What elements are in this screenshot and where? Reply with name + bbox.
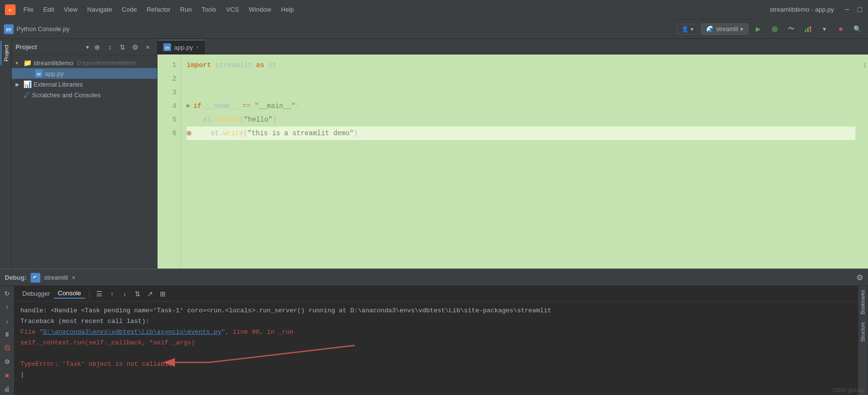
debug-stop-btn[interactable]: ■ (2, 370, 13, 380)
debug-pause-btn[interactable]: ⏸ (2, 329, 13, 340)
debug-print-btn[interactable]: 🖨 (2, 383, 13, 394)
structure-label[interactable]: Structure (859, 318, 867, 346)
code-line-6: st. write ( "this is a streamlit demo" ) (187, 126, 855, 140)
menu-vcs[interactable]: VCS (222, 4, 243, 15)
debug-mute-btn[interactable] (2, 342, 13, 353)
svg-line-7 (5, 346, 9, 350)
tree-item-external-libs[interactable]: ▶ 📊 External Libraries (12, 79, 157, 90)
console-line-6: TypeError: 'Task' object is not callable (20, 359, 852, 370)
tree-label-apppy: app.py (45, 70, 64, 77)
settings-button[interactable]: ⚙ (130, 42, 140, 53)
menu-edit[interactable]: Edit (39, 4, 58, 15)
project-dropdown[interactable]: ▾ (86, 44, 89, 51)
tree-arrow-extlibs: ▶ (16, 82, 21, 87)
scratches-icon: 🖊 (23, 91, 30, 99)
code-line-5: st. header ( "hello" ) (187, 113, 855, 126)
toolbar-filename: Python Console.py (17, 25, 69, 33)
line-num-5: 5 (173, 113, 176, 126)
editor-tab-icon: py (163, 43, 171, 51)
debugger-tab[interactable]: Debugger (18, 289, 54, 298)
menu-file[interactable]: File (19, 4, 37, 15)
debug-settings-side-btn[interactable]: ⚙ (2, 356, 13, 367)
menu-view[interactable]: View (60, 4, 81, 15)
editor-tab-label: app.py (174, 44, 193, 51)
console-tool-6[interactable]: ⊞ (156, 287, 169, 300)
console-tool-1[interactable]: ☰ (93, 287, 106, 300)
debug-tab-icon: 🌊 (31, 273, 40, 283)
bookmarks-label[interactable]: Bookmarks (859, 286, 867, 318)
token-main-str: "__main__" (255, 99, 295, 113)
menu-refactor[interactable]: Refactor (143, 4, 174, 15)
code-line-4: ▶ if __name__ == "__main__" : (187, 99, 855, 113)
python-file-icon: py (4, 24, 14, 34)
code-line-1: import streamlit as st (187, 58, 855, 72)
user-account-button[interactable]: 👤 ▾ (677, 24, 698, 35)
collapse-all-button[interactable]: ↕ (104, 42, 115, 53)
debug-restart-btn[interactable]: ↻ (2, 288, 13, 299)
token-import: import (187, 58, 211, 72)
console-tool-4[interactable]: ⇅ (131, 287, 144, 300)
minimize-button[interactable]: − (844, 6, 851, 13)
token-paren6b: ) (354, 126, 358, 140)
maximize-button[interactable]: □ (856, 6, 863, 13)
token-space1: streamlit (211, 58, 256, 72)
sort-button[interactable]: ⇅ (117, 42, 128, 53)
close-panel-button[interactable]: × (142, 42, 153, 53)
search-button[interactable]: 🔍 (851, 22, 864, 36)
token-colon: : (295, 99, 299, 113)
stop-button[interactable]: ■ (834, 22, 848, 36)
debug-up-btn[interactable]: ↑ (2, 302, 13, 312)
line-num-6: 6 (173, 126, 176, 140)
console-tab[interactable]: Console (54, 288, 85, 299)
menu-navigate[interactable]: Navigate (83, 4, 116, 15)
console-line-cursor: | (20, 370, 852, 380)
console-link-events[interactable]: D:\anaconda3\envs\vdbtest\Lib\asyncio\ev… (43, 328, 222, 336)
panel-side-labels: Bookmarks Structure (858, 286, 868, 395)
line-num-1: 1 (173, 58, 176, 72)
debug-button[interactable] (768, 22, 781, 36)
debug-tab-name: streamlit (44, 274, 68, 281)
gutter-mark-1: 1 (863, 58, 866, 72)
close-tab-button[interactable]: × (196, 44, 199, 50)
token-name: __name__ (202, 99, 243, 113)
sync-button[interactable]: ⊕ (92, 42, 103, 53)
console-output: handle: <Handle <Task pending name='Task… (15, 302, 858, 395)
breakpoint-icon (187, 131, 191, 136)
side-tab-project[interactable]: Project (0, 41, 11, 65)
token-space-main (250, 99, 254, 113)
tree-label-extlibs: External Libraries (34, 81, 83, 88)
debug-tab-close[interactable]: × (72, 274, 75, 281)
code-line-2 (187, 72, 855, 86)
menu-help[interactable]: Help (277, 4, 298, 15)
tree-label-scratches: Scratches and Consoles (32, 91, 101, 99)
menu-run[interactable]: Run (176, 4, 196, 15)
debug-down-btn[interactable]: ↓ (2, 315, 13, 326)
console-tool-5[interactable]: ↗ (144, 287, 156, 300)
console-tool-3[interactable]: ↓ (119, 287, 131, 300)
console-tool-2[interactable]: ↑ (106, 287, 119, 300)
app-logo: P (5, 4, 16, 15)
run-button[interactable]: ▶ (751, 22, 765, 36)
editor-tab-bar: py app.py × (157, 39, 868, 54)
console-line-4: self._context.run(self._callback, *self.… (20, 338, 852, 348)
console-line-2: Traceback (most recent call last): (20, 316, 852, 327)
menu-tools[interactable]: Tools (198, 4, 220, 15)
token-st: st (264, 58, 277, 72)
folder-icon-root: 📁 (23, 59, 32, 67)
dropdown-arrow[interactable]: ▾ (817, 22, 831, 36)
tree-item-root[interactable]: ▾ 📁 streamlitdemo D:\pycode\streamlitdem… (12, 57, 157, 68)
run-config-dropdown-icon: ▾ (740, 26, 743, 33)
token-st6: st. (211, 126, 223, 140)
debug-settings-button[interactable]: ⚙ (856, 273, 863, 282)
menu-code[interactable]: Code (118, 4, 141, 15)
run-configuration-button[interactable]: 🌊 streamlit ▾ (701, 23, 748, 35)
menu-window[interactable]: Window (245, 4, 275, 15)
editor-tab-apppy[interactable]: py app.py × (157, 40, 205, 54)
profile-button[interactable] (784, 22, 798, 36)
tree-item-scratches[interactable]: ▶ 🖊 Scratches and Consoles (12, 90, 157, 100)
coverage-button[interactable] (801, 22, 815, 36)
line-num-3: 3 (173, 86, 176, 99)
tree-item-apppy[interactable]: py app.py (12, 68, 157, 79)
debug-sub-tabs: Debugger Console ☰ ↑ ↓ ⇅ ↗ ⊞ (15, 286, 858, 302)
code-line-3 (187, 86, 855, 99)
